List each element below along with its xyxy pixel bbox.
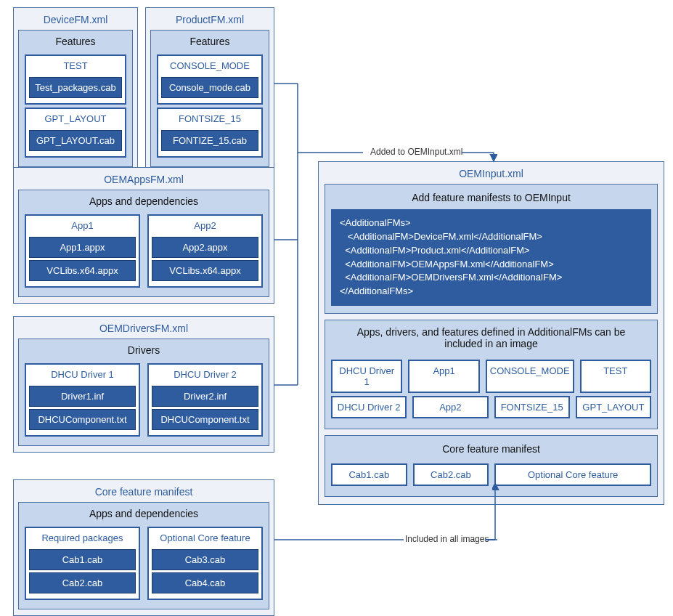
feature-gpt-layout: GPT_LAYOUT GPT_LAYOUT.cab bbox=[25, 108, 126, 158]
feature-label: Optional Core feature bbox=[152, 531, 258, 547]
package-item: VCLibs.x64.appx bbox=[152, 260, 258, 281]
required-packages-box: Required packages Cab1.cab Cab2.cab bbox=[25, 527, 140, 600]
feature-test: TEST Test_packages.cab bbox=[25, 54, 126, 105]
oemdriversfm-box: OEMDriversFM.xml Drivers DHCU Driver 1 D… bbox=[13, 316, 274, 453]
package-item: DHCUComponent.txt bbox=[29, 409, 136, 430]
oemappsfm-panel-title: Apps and dependencies bbox=[23, 193, 264, 211]
driver1-box: DHCU Driver 1 Driver1.inf DHCUComponent.… bbox=[25, 363, 140, 437]
add-fm-panel: Add feature manifests to OEMInput <Addit… bbox=[325, 184, 658, 314]
chip-cab2: Cab2.cab bbox=[413, 463, 489, 486]
oeminput-title: OEMInput.xml bbox=[325, 165, 658, 184]
package-item: Cab3.cab bbox=[152, 549, 258, 570]
chip-fontsize-15: FONTSIZE_15 bbox=[494, 396, 570, 418]
productfm-box: ProductFM.xml Features CONSOLE_MODE Cons… bbox=[145, 7, 274, 174]
devicefm-title: DeviceFM.xml bbox=[18, 11, 133, 30]
chip-cab1: Cab1.cab bbox=[331, 463, 407, 486]
package-item: Console_mode.cab bbox=[161, 77, 258, 98]
package-item: Driver1.inf bbox=[29, 386, 136, 407]
core-panel-title: Core feature manifest bbox=[331, 440, 651, 461]
chip-console-mode: CONSOLE_MODE bbox=[486, 360, 574, 393]
package-item: Cab2.cab bbox=[29, 572, 136, 593]
chip-dhcu-driver-2: DHCU Driver 2 bbox=[331, 396, 407, 418]
chip-dhcu-driver-1: DHCU Driver 1 bbox=[331, 360, 402, 393]
package-item: App1.appx bbox=[29, 237, 136, 258]
productfm-panel-title: Features bbox=[155, 33, 264, 52]
package-item: GPT_LAYOUT.cab bbox=[29, 130, 122, 151]
driver2-box: DHCU Driver 2 Driver2.inf DHCUComponent.… bbox=[147, 363, 263, 437]
feature-label: TEST bbox=[29, 59, 122, 75]
feature-label: Required packages bbox=[29, 531, 136, 547]
core-panel: Core feature manifest Cab1.cab Cab2.cab … bbox=[325, 435, 658, 497]
package-item: App2.appx bbox=[152, 237, 258, 258]
productfm-title: ProductFM.xml bbox=[150, 11, 269, 30]
package-item: Cab4.cab bbox=[152, 572, 258, 593]
package-item: Driver2.inf bbox=[152, 386, 258, 407]
oemdriversfm-title: OEMDriversFM.xml bbox=[18, 320, 269, 339]
add-fm-title: Add feature manifests to OEMInput bbox=[331, 189, 651, 209]
feature-label: DHCU Driver 1 bbox=[29, 368, 136, 384]
feature-label: CONSOLE_MODE bbox=[161, 59, 258, 75]
devicefm-panel-title: Features bbox=[23, 33, 128, 52]
productfm-panel: Features CONSOLE_MODE Console_mode.cab F… bbox=[150, 30, 269, 167]
package-item: Test_packages.cab bbox=[29, 77, 122, 98]
additionalfms-code: <AdditionalFMs> <AdditionalFM>DeviceFM.x… bbox=[331, 209, 651, 306]
corefm-panel-title: Apps and dependencies bbox=[23, 506, 264, 524]
feature-fontsize-15: FONTSIZE_15 FONTIZE_15.cab bbox=[157, 108, 263, 158]
corefm-panel: Apps and dependencies Required packages … bbox=[18, 502, 269, 609]
feature-label: FONTSIZE_15 bbox=[161, 112, 258, 128]
app2-box: App2 App2.appx VCLibs.x64.appx bbox=[147, 214, 263, 288]
devicefm-box: DeviceFM.xml Features TEST Test_packages… bbox=[13, 7, 138, 174]
package-item: Cab1.cab bbox=[29, 549, 136, 570]
corefm-box: Core feature manifest Apps and dependenc… bbox=[13, 479, 274, 616]
oemappsfm-title: OEMAppsFM.xml bbox=[18, 171, 269, 190]
feature-label: App2 bbox=[152, 219, 258, 235]
corefm-title: Core feature manifest bbox=[18, 483, 269, 502]
feature-label: App1 bbox=[29, 219, 136, 235]
oeminput-box: OEMInput.xml Add feature manifests to OE… bbox=[318, 161, 664, 505]
arrow-label-added: Added to OEMInput.xml bbox=[370, 147, 462, 157]
diagram-root: DeviceFM.xml Features TEST Test_packages… bbox=[0, 0, 673, 616]
chip-test: TEST bbox=[580, 360, 651, 393]
oemappsfm-panel: Apps and dependencies App1 App1.appx VCL… bbox=[18, 190, 269, 297]
app1-box: App1 App1.appx VCLibs.x64.appx bbox=[25, 214, 140, 288]
chip-optional-core: Optional Core feature bbox=[494, 463, 651, 486]
chip-app1: App1 bbox=[408, 360, 479, 393]
package-item: DHCUComponent.txt bbox=[152, 409, 258, 430]
include-panel: Apps, drivers, and features defined in A… bbox=[325, 320, 658, 429]
arrow-label-included: Included in all images bbox=[405, 534, 489, 544]
package-item: VCLibs.x64.appx bbox=[29, 260, 136, 281]
oemdriversfm-panel: Drivers DHCU Driver 1 Driver1.inf DHCUCo… bbox=[18, 339, 269, 446]
oemappsfm-box: OEMAppsFM.xml Apps and dependencies App1… bbox=[13, 167, 274, 304]
chip-gpt-layout: GPT_LAYOUT bbox=[576, 396, 651, 418]
devicefm-panel: Features TEST Test_packages.cab GPT_LAYO… bbox=[18, 30, 133, 167]
package-item: FONTIZE_15.cab bbox=[161, 130, 258, 151]
feature-label: GPT_LAYOUT bbox=[29, 112, 122, 128]
include-title: Apps, drivers, and features defined in A… bbox=[331, 325, 651, 357]
feature-label: DHCU Driver 2 bbox=[152, 368, 258, 384]
chip-app2: App2 bbox=[412, 396, 488, 418]
oemdriversfm-panel-title: Drivers bbox=[23, 342, 264, 360]
feature-console-mode: CONSOLE_MODE Console_mode.cab bbox=[157, 54, 263, 105]
optional-core-box: Optional Core feature Cab3.cab Cab4.cab bbox=[147, 527, 263, 600]
